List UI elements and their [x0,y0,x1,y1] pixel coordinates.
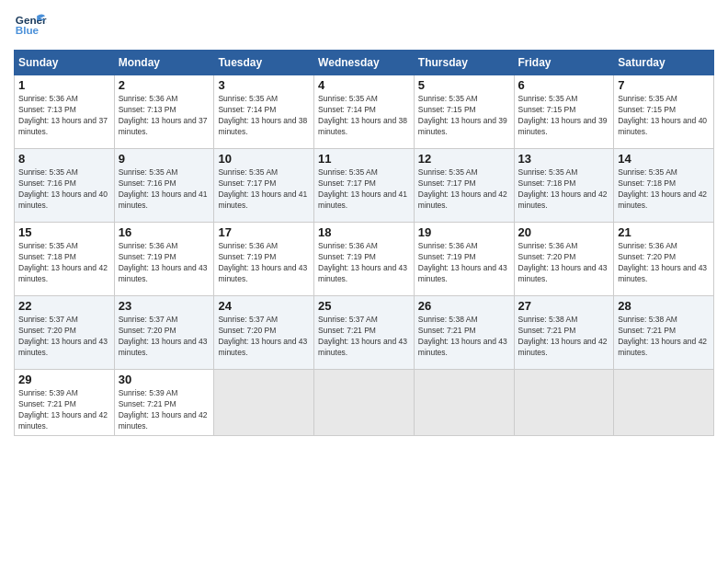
day-info: Sunrise: 5:36 AMSunset: 7:19 PMDaylight:… [218,241,310,285]
calendar-cell: 25Sunrise: 5:37 AMSunset: 7:21 PMDayligh… [314,296,415,370]
day-info: Sunrise: 5:35 AMSunset: 7:14 PMDaylight:… [218,94,310,138]
calendar-cell: 26Sunrise: 5:38 AMSunset: 7:21 PMDayligh… [414,296,514,370]
calendar-cell [614,370,714,436]
logo: General Blue [14,9,47,42]
calendar-header-row: SundayMondayTuesdayWednesdayThursdayFrid… [15,51,714,75]
calendar-cell: 24Sunrise: 5:37 AMSunset: 7:20 PMDayligh… [214,296,314,370]
day-number: 30 [119,373,210,386]
day-number: 20 [518,225,610,239]
calendar-week-2: 8Sunrise: 5:35 AMSunset: 7:16 PMDaylight… [15,149,714,223]
svg-text:Blue: Blue [16,24,40,36]
day-number: 14 [618,152,710,166]
day-number: 3 [218,78,310,92]
day-info: Sunrise: 5:36 AMSunset: 7:13 PMDaylight:… [119,94,210,138]
calendar-week-1: 1Sunrise: 5:36 AMSunset: 7:13 PMDaylight… [15,75,714,149]
day-number: 23 [119,299,210,313]
day-header-sunday: Sunday [15,51,115,75]
day-info: Sunrise: 5:38 AMSunset: 7:21 PMDaylight:… [518,315,610,359]
calendar-cell: 4Sunrise: 5:35 AMSunset: 7:14 PMDaylight… [314,75,415,149]
day-info: Sunrise: 5:36 AMSunset: 7:19 PMDaylight:… [318,241,410,285]
day-info: Sunrise: 5:35 AMSunset: 7:15 PMDaylight:… [518,94,610,138]
calendar-cell: 14Sunrise: 5:35 AMSunset: 7:18 PMDayligh… [614,149,714,223]
calendar-week-5: 29Sunrise: 5:39 AMSunset: 7:21 PMDayligh… [15,370,714,436]
day-info: Sunrise: 5:35 AMSunset: 7:16 PMDaylight:… [18,167,110,212]
day-info: Sunrise: 5:35 AMSunset: 7:14 PMDaylight:… [318,94,410,138]
day-number: 27 [518,299,610,313]
day-number: 1 [18,78,110,92]
calendar-cell: 29Sunrise: 5:39 AMSunset: 7:21 PMDayligh… [15,370,115,436]
calendar-cell: 1Sunrise: 5:36 AMSunset: 7:13 PMDaylight… [15,75,115,149]
calendar-table: SundayMondayTuesdayWednesdayThursdayFrid… [14,50,714,436]
day-number: 8 [18,152,110,166]
day-number: 16 [119,225,210,239]
day-info: Sunrise: 5:37 AMSunset: 7:20 PMDaylight:… [218,315,310,359]
page-container: General Blue SundayMondayTuesdayWednesda… [0,0,728,445]
day-info: Sunrise: 5:35 AMSunset: 7:17 PMDaylight:… [418,167,510,212]
day-number: 13 [518,152,610,166]
calendar-cell: 18Sunrise: 5:36 AMSunset: 7:19 PMDayligh… [314,223,415,296]
calendar-cell: 5Sunrise: 5:35 AMSunset: 7:15 PMDaylight… [414,75,514,149]
day-number: 26 [418,299,510,313]
calendar-cell: 10Sunrise: 5:35 AMSunset: 7:17 PMDayligh… [214,149,314,223]
day-number: 29 [18,373,110,386]
header: General Blue [14,9,714,42]
calendar-cell: 12Sunrise: 5:35 AMSunset: 7:17 PMDayligh… [414,149,514,223]
day-info: Sunrise: 5:35 AMSunset: 7:18 PMDaylight:… [18,241,110,285]
calendar-cell: 2Sunrise: 5:36 AMSunset: 7:13 PMDaylight… [114,75,214,149]
day-info: Sunrise: 5:38 AMSunset: 7:21 PMDaylight:… [418,315,510,359]
day-info: Sunrise: 5:36 AMSunset: 7:19 PMDaylight:… [418,241,510,285]
calendar-cell: 20Sunrise: 5:36 AMSunset: 7:20 PMDayligh… [514,223,614,296]
day-number: 22 [18,299,110,313]
day-header-monday: Monday [114,51,214,75]
calendar-cell: 17Sunrise: 5:36 AMSunset: 7:19 PMDayligh… [214,223,314,296]
day-info: Sunrise: 5:36 AMSunset: 7:20 PMDaylight:… [618,241,710,285]
calendar-cell: 27Sunrise: 5:38 AMSunset: 7:21 PMDayligh… [514,296,614,370]
day-info: Sunrise: 5:36 AMSunset: 7:19 PMDaylight:… [119,241,210,285]
day-number: 17 [218,225,310,239]
day-number: 25 [318,299,410,313]
day-info: Sunrise: 5:35 AMSunset: 7:18 PMDaylight:… [618,167,710,212]
day-info: Sunrise: 5:35 AMSunset: 7:15 PMDaylight:… [618,94,710,138]
calendar-cell: 11Sunrise: 5:35 AMSunset: 7:17 PMDayligh… [314,149,415,223]
day-number: 12 [418,152,510,166]
calendar-cell: 6Sunrise: 5:35 AMSunset: 7:15 PMDaylight… [514,75,614,149]
day-info: Sunrise: 5:35 AMSunset: 7:15 PMDaylight:… [418,94,510,138]
day-number: 11 [318,152,410,166]
day-number: 5 [418,78,510,92]
day-header-friday: Friday [514,51,614,75]
calendar-cell: 9Sunrise: 5:35 AMSunset: 7:16 PMDaylight… [114,149,214,223]
calendar-cell: 21Sunrise: 5:36 AMSunset: 7:20 PMDayligh… [614,223,714,296]
calendar-cell: 19Sunrise: 5:36 AMSunset: 7:19 PMDayligh… [414,223,514,296]
calendar-cell [314,370,415,436]
day-header-saturday: Saturday [614,51,714,75]
calendar-cell [214,370,314,436]
day-number: 19 [418,225,510,239]
day-info: Sunrise: 5:39 AMSunset: 7:21 PMDaylight:… [18,388,110,432]
calendar-cell [414,370,514,436]
calendar-cell: 8Sunrise: 5:35 AMSunset: 7:16 PMDaylight… [15,149,115,223]
calendar-body: 1Sunrise: 5:36 AMSunset: 7:13 PMDaylight… [15,75,714,436]
day-number: 6 [518,78,610,92]
day-info: Sunrise: 5:35 AMSunset: 7:18 PMDaylight:… [518,167,610,212]
calendar-cell: 3Sunrise: 5:35 AMSunset: 7:14 PMDaylight… [214,75,314,149]
day-number: 9 [119,152,210,166]
calendar-cell: 22Sunrise: 5:37 AMSunset: 7:20 PMDayligh… [15,296,115,370]
day-number: 7 [618,78,710,92]
day-number: 10 [218,152,310,166]
day-header-wednesday: Wednesday [314,51,415,75]
calendar-cell: 13Sunrise: 5:35 AMSunset: 7:18 PMDayligh… [514,149,614,223]
day-info: Sunrise: 5:36 AMSunset: 7:13 PMDaylight:… [18,94,110,138]
day-number: 21 [618,225,710,239]
calendar-cell: 15Sunrise: 5:35 AMSunset: 7:18 PMDayligh… [15,223,115,296]
day-info: Sunrise: 5:38 AMSunset: 7:21 PMDaylight:… [618,315,710,359]
day-info: Sunrise: 5:37 AMSunset: 7:21 PMDaylight:… [318,315,410,359]
calendar-week-3: 15Sunrise: 5:35 AMSunset: 7:18 PMDayligh… [15,223,714,296]
day-header-tuesday: Tuesday [214,51,314,75]
calendar-cell: 16Sunrise: 5:36 AMSunset: 7:19 PMDayligh… [114,223,214,296]
day-number: 24 [218,299,310,313]
day-info: Sunrise: 5:36 AMSunset: 7:20 PMDaylight:… [518,241,610,285]
day-info: Sunrise: 5:35 AMSunset: 7:17 PMDaylight:… [218,167,310,212]
calendar-cell: 30Sunrise: 5:39 AMSunset: 7:21 PMDayligh… [114,370,214,436]
day-number: 18 [318,225,410,239]
calendar-cell: 28Sunrise: 5:38 AMSunset: 7:21 PMDayligh… [614,296,714,370]
